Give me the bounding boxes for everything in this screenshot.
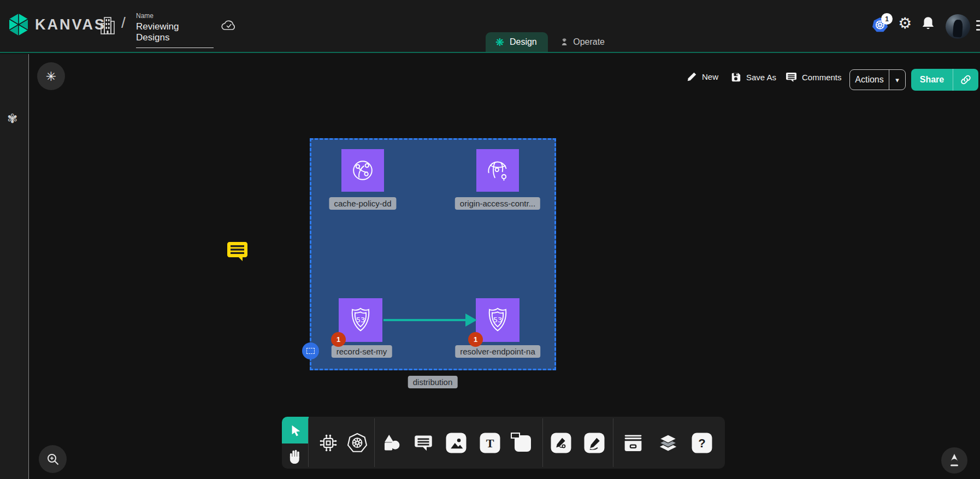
actions-split-button[interactable]: Actions ▾ xyxy=(849,69,906,90)
overflow-menu-icon[interactable] xyxy=(976,20,980,33)
drawer-tool[interactable] xyxy=(623,433,644,453)
pen-tool[interactable] xyxy=(551,433,571,453)
copy-link-button[interactable] xyxy=(953,69,978,91)
node-label-resolver-endpoint[interactable]: resolver-endpoint-na xyxy=(455,345,540,358)
image-tool[interactable] xyxy=(446,433,467,453)
selection-handle-button[interactable] xyxy=(302,342,319,359)
node-badge-record-set[interactable]: 1 xyxy=(331,332,346,347)
node-origin-access-control[interactable] xyxy=(476,149,519,192)
comment-bubble-tool-icon xyxy=(414,434,433,452)
cloudfront-cache-policy-icon xyxy=(350,157,376,184)
node-label-record-set[interactable]: record-set-my xyxy=(332,345,392,358)
pen-bezier-icon xyxy=(551,433,571,453)
node-badge-resolver-endpoint[interactable]: 1 xyxy=(468,332,483,347)
dashed-rectangle-icon xyxy=(306,348,315,354)
pen-nib-icon xyxy=(948,453,961,468)
comments-button[interactable]: Comments xyxy=(786,72,842,82)
kubernetes-context-button[interactable]: 1 xyxy=(872,16,895,37)
node-cache-policy[interactable] xyxy=(341,149,384,192)
frame-icon xyxy=(511,433,533,453)
pan-hand-tool[interactable] xyxy=(287,448,303,466)
actions-caret-icon[interactable]: ▾ xyxy=(889,70,905,90)
layers-tool[interactable] xyxy=(658,433,678,453)
name-field-value[interactable]: Reviewing Designs xyxy=(136,21,214,48)
shapes-tool[interactable] xyxy=(381,433,401,453)
cloudfront-origin-access-icon xyxy=(485,157,511,184)
floppy-save-icon xyxy=(730,72,741,82)
node-label-cache-policy[interactable]: cache-policy-dd xyxy=(329,197,396,210)
route53-record-set-icon: 53 xyxy=(347,306,374,334)
brand-name: KANVAS xyxy=(35,16,106,33)
toolbar-divider xyxy=(308,418,309,467)
kubernetes-tool[interactable] xyxy=(347,433,368,453)
magnifier-plus-icon xyxy=(46,452,60,466)
node-label-origin-access-control[interactable]: origin-access-contr... xyxy=(455,197,540,210)
actions-button-label[interactable]: Actions xyxy=(850,70,889,90)
image-icon xyxy=(446,433,467,453)
share-button-label[interactable]: Share xyxy=(911,69,953,91)
pencil-sketch-icon xyxy=(585,433,605,453)
chip-circuit-icon xyxy=(318,433,339,453)
shapes-icon xyxy=(381,433,401,453)
left-sidebar: ✾ xyxy=(0,54,29,479)
zoom-in-button[interactable] xyxy=(39,445,67,473)
tab-operate-label: Operate xyxy=(573,37,605,47)
header: KANVAS / Name Reviewing Designs xyxy=(0,0,980,53)
design-name-field[interactable]: Name Reviewing Designs xyxy=(136,12,214,48)
settings-gear-icon[interactable]: ⚙ xyxy=(898,14,912,32)
comments-chat-icon xyxy=(786,72,797,82)
canvas-widgets-button[interactable]: ✳ xyxy=(37,62,65,90)
kanvas-hexagon-logo-icon xyxy=(8,13,29,36)
link-icon xyxy=(960,74,972,86)
group-label-distribution[interactable]: distribution xyxy=(408,376,458,388)
pencil-tool[interactable] xyxy=(585,433,605,453)
components-tool[interactable] xyxy=(318,433,339,453)
drawer-archive-icon xyxy=(623,433,644,453)
comment-bubble-icon xyxy=(226,239,249,263)
brand-logo[interactable]: KANVAS xyxy=(8,13,106,36)
hand-icon xyxy=(287,448,303,464)
pencil-new-icon xyxy=(687,72,697,82)
user-avatar[interactable] xyxy=(946,14,970,39)
edge-arrowhead xyxy=(465,314,477,327)
draw-pen-button[interactable] xyxy=(941,447,967,474)
comment-tool[interactable] xyxy=(414,434,433,452)
help-tool[interactable]: ? xyxy=(692,433,712,453)
route53-number: 53 xyxy=(356,316,365,324)
cloud-sync-icon xyxy=(221,18,237,34)
name-field-label: Name xyxy=(136,12,214,20)
select-tool-active[interactable] xyxy=(282,417,309,443)
text-tool-icon: T xyxy=(480,433,500,453)
route53-resolver-endpoint-icon: 53 xyxy=(484,306,511,334)
kubernetes-wheel-icon xyxy=(347,433,368,453)
save-as-button[interactable]: Save As xyxy=(730,72,776,82)
kubernetes-badge-count: 1 xyxy=(881,13,893,25)
operator-headset-icon xyxy=(561,35,568,49)
tab-design[interactable]: ❋ Design xyxy=(486,32,548,52)
help-question-icon: ? xyxy=(692,433,712,453)
comments-button-label: Comments xyxy=(802,73,842,82)
edge-record-set-to-resolver[interactable] xyxy=(383,319,467,321)
new-button[interactable]: New xyxy=(687,72,718,82)
design-spiral-icon: ❋ xyxy=(495,37,504,48)
sidebar-spiral-icon[interactable]: ✾ xyxy=(7,111,17,126)
node-resolver-endpoint[interactable]: 53 xyxy=(476,298,519,342)
frame-tool[interactable] xyxy=(511,433,533,453)
tab-design-label: Design xyxy=(510,37,537,47)
toolbar-divider xyxy=(613,418,613,467)
organization-icon[interactable] xyxy=(99,16,116,38)
selected-group-distribution[interactable]: cache-policy-dd origin-access-contr... xyxy=(310,138,556,370)
toolbar-divider xyxy=(374,418,375,467)
canvas-comment-marker[interactable] xyxy=(226,239,249,263)
toolbar-divider xyxy=(542,418,543,467)
tab-operate[interactable]: Operate xyxy=(551,32,615,52)
kanvas-app: KANVAS / Name Reviewing Designs xyxy=(0,0,980,479)
cursor-arrow-icon xyxy=(290,424,302,436)
save-as-button-label: Save As xyxy=(746,73,776,82)
node-record-set[interactable]: 53 xyxy=(339,298,382,342)
new-button-label: New xyxy=(702,72,718,81)
share-split-button[interactable]: Share xyxy=(911,69,978,91)
notifications-bell-icon[interactable] xyxy=(921,16,935,33)
bottom-toolbar: T xyxy=(282,417,725,469)
text-tool[interactable]: T xyxy=(480,433,500,453)
